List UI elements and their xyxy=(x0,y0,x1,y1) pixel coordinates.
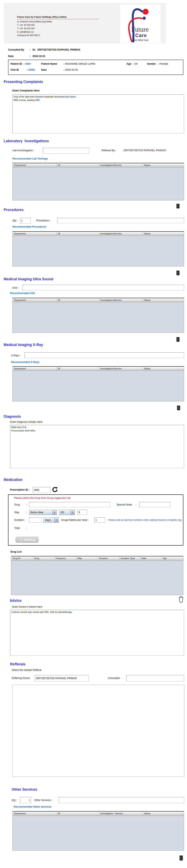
uss-table: Department ID Investigation/Service Stat… xyxy=(12,298,184,333)
referral-listbox[interactable] xyxy=(12,685,184,777)
other-services-table: Department ID Investigation / Service St… xyxy=(12,811,184,851)
column-header: Department xyxy=(13,367,57,371)
xray-label: X-Rays : xyxy=(11,354,21,357)
recommended-xray-link[interactable]: Recommended X-Rays xyxy=(11,361,39,364)
way-label: Way xyxy=(14,511,19,514)
gender-group: Gender : Female xyxy=(147,62,168,65)
duration-unit-dropdown[interactable]: Day/s ▼ xyxy=(43,517,59,523)
other-services-input[interactable] xyxy=(59,797,184,803)
refresh-icon xyxy=(52,486,58,493)
xray-table: Department ID Investigation/Service Stat… xyxy=(12,366,184,401)
date-value: 2024-10-01 xyxy=(33,55,45,58)
refresh-prescription-button[interactable] xyxy=(52,486,58,494)
column-header: Duration Type xyxy=(119,556,140,560)
column-header: Qty xyxy=(162,556,183,560)
column-header: Investigation/Service xyxy=(99,298,143,302)
referring-doctor-input[interactable] xyxy=(35,675,89,682)
consultation-page: Future Care by Future Holdings (Pty) Lim… xyxy=(0,0,187,868)
meal-time-dropdown[interactable]: Before Meal ▼ xyxy=(29,510,57,515)
company-phone-1: T: +24 82 593 593 xyxy=(17,24,35,26)
procedures-table-body xyxy=(13,236,184,266)
consultant-input[interactable] xyxy=(126,675,184,682)
delete-uss-button[interactable] xyxy=(176,337,180,343)
chevron-down-icon: ▼ xyxy=(70,510,75,515)
special-notes-input[interactable] xyxy=(139,502,171,507)
duration-input[interactable] xyxy=(29,517,42,523)
delete-xray-button[interactable] xyxy=(177,405,181,411)
chevron-down-icon: ▼ xyxy=(52,510,57,515)
visit-id-group: Visit ID : 15980 xyxy=(10,68,35,71)
other-qty-input[interactable] xyxy=(20,797,31,803)
lab-investigation-input[interactable] xyxy=(43,148,89,153)
column-header: Status xyxy=(143,232,184,236)
trash-outline-icon xyxy=(179,596,184,602)
column-header: Status xyxy=(143,812,184,816)
procedures-qty-input[interactable] xyxy=(20,218,31,223)
diagnosis-textarea[interactable]: Right knee O.A Furunculosis, Acid reflux xyxy=(10,425,184,468)
consultant-label: Consultant xyxy=(108,677,120,680)
frequency-dropdown[interactable]: OD ▼ xyxy=(59,510,75,515)
logo-red-dot xyxy=(143,9,148,15)
date-label: Date xyxy=(8,55,30,58)
section-title-advice: Advice xyxy=(10,598,22,603)
lab-table: Department ID Investigation/Service Stat… xyxy=(12,163,184,200)
referred-by-label: Reffered By : xyxy=(102,149,116,152)
uss-table-header: Department ID Investigation/Service Stat… xyxy=(13,298,184,302)
delete-procedures-button[interactable] xyxy=(176,270,180,277)
plus-circle-icon: + xyxy=(19,538,22,541)
section-title-diagnosis: Diagnosis xyxy=(4,414,21,419)
recommended-other-services-link[interactable]: Recommended Other Services xyxy=(14,805,52,808)
column-header: Investigation/Service xyxy=(99,367,143,371)
column-header: Department xyxy=(13,163,57,167)
column-header: ID xyxy=(57,163,99,167)
delete-other-services-button[interactable] xyxy=(179,855,183,862)
column-header: ID xyxy=(57,298,99,302)
column-header: Note xyxy=(140,556,162,560)
patient-id-group: Patient ID : 4584 xyxy=(10,62,31,65)
drug-input[interactable] xyxy=(29,502,110,507)
column-header: Fequency xyxy=(54,556,76,560)
company-number: Company No.8417652-2 xyxy=(17,34,40,36)
column-header: Drug xyxy=(33,556,54,560)
duration-label: Duration : xyxy=(14,519,25,521)
diagnosis-label: Enter Diagnosis Details Here xyxy=(10,421,42,423)
section-title-xray: Medical Imaging X-Ray xyxy=(4,343,43,347)
column-header: ID xyxy=(57,367,99,371)
prescription-id-input[interactable] xyxy=(33,487,50,493)
other-services-table-body xyxy=(13,816,184,850)
drug-list-table: Drug ID Drug Fequency Way Duration Durat… xyxy=(11,556,183,595)
column-header: Drug ID xyxy=(11,556,33,560)
drug-list-label: Drug List xyxy=(10,550,22,553)
company-name-underline xyxy=(17,19,99,19)
svg-text:Future: Future xyxy=(131,26,149,33)
add-drug-button[interactable]: + Add Drug xyxy=(15,537,39,543)
delete-advice-button[interactable] xyxy=(179,596,184,603)
trash-icon xyxy=(176,337,180,342)
age-value: 34 xyxy=(135,62,138,65)
other-services-label: Other Services : xyxy=(34,799,52,802)
prescription-id-label: Prescription ID : xyxy=(10,488,30,491)
per-meal-qty-input[interactable] xyxy=(94,517,105,523)
fraction-hint: Please add as decimal numbers when addin… xyxy=(108,519,182,521)
procedures-input[interactable] xyxy=(57,218,184,223)
total-label: Total xyxy=(14,527,20,529)
recommended-uss-link[interactable]: Recommended USS xyxy=(10,291,35,294)
recommended-lab-testings-link[interactable]: Recommended Lab Testings xyxy=(12,157,48,160)
procedures-label: Procedures : xyxy=(36,219,50,222)
consulted-by-row: Consulted By: Dr. ORITSETSETOS RAPHAEL P… xyxy=(8,48,80,51)
visit-date-group: Date : 2024-10-01 xyxy=(41,68,78,71)
lab-investigation-label: Lab Investingation : xyxy=(12,149,34,152)
referred-by-value: ORITSETSETOS RAPHAEL PINNICK xyxy=(123,149,166,152)
uss-label: USS : xyxy=(12,286,19,289)
delete-lab-button[interactable] xyxy=(176,204,180,210)
complaints-textarea[interactable]: Xray of the right knee showed marginally… xyxy=(12,94,184,133)
company-name: Future Care by Future Holdings (Pty) Lim… xyxy=(17,16,66,18)
advice-textarea[interactable]: continue current mgt, review with FBC, r… xyxy=(10,610,184,656)
recommended-procedures-link[interactable]: Recommended Procedures xyxy=(12,225,46,228)
patient-name-value: ROXANNE GRACE LAPID xyxy=(65,62,95,65)
column-header: Investigation / Service xyxy=(99,812,143,816)
xray-input[interactable] xyxy=(25,352,184,358)
company-email: E: jude@future.sc xyxy=(17,31,34,33)
uss-input[interactable] xyxy=(23,285,184,290)
way-qty-input[interactable] xyxy=(77,510,87,515)
